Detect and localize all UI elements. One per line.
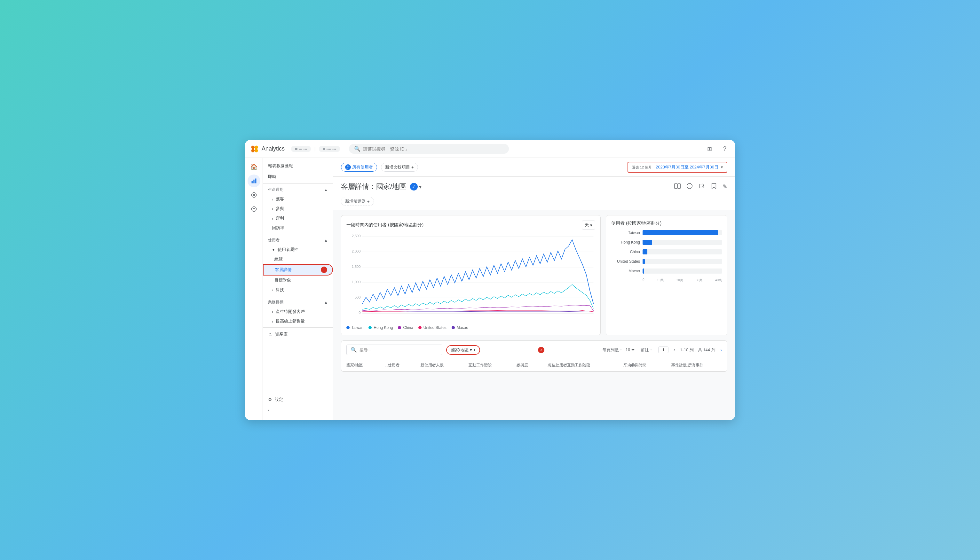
page-nav-next[interactable]: › [721,347,722,352]
bar-track-china [643,249,722,255]
search-input[interactable] [363,147,504,152]
svg-text:1月: 1月 [443,316,449,317]
col-sessions[interactable]: 互動工作階段 [464,359,511,372]
charts-section: 一段時間內的使用者 (按國家/地區劃分) 天 ▾ 2,500 2,000 1,5… [333,210,735,340]
sidebar-item-lead[interactable]: › 產生待開發客戶 [263,307,333,317]
account-selector[interactable]: ▪▪▪ ▪▪▪ | ▪▪▪▪ ▪▪▪ [291,146,340,152]
bar-row-us: United States [611,259,722,264]
sidebar-bottom: ⚙ 設定 ‹ [263,392,333,417]
svg-text:10月: 10月 [385,316,393,317]
account-pill[interactable]: ▪▪▪ ▪▪▪ [291,146,311,152]
app-logo[interactable]: Analytics [250,145,285,153]
sidebar-item-return[interactable]: 回訪率 [263,223,333,233]
date-range-btn[interactable]: 過去 12 個月 2023年7月30日至 2024年7月30日 ▾ [628,162,727,173]
bookmark-icon[interactable] [710,183,718,191]
sidebar-item-audience-detail[interactable]: 客層詳情 1 [263,264,333,275]
sidebar-section-lifecycle[interactable]: 生命週期 ▲ [263,185,333,194]
add-filter-btn[interactable]: 新增篩選器 + [341,197,374,206]
chevron-right-icon5: › [272,309,273,314]
bar-label-taiwan: Taiwan [611,230,640,235]
sidebar-item-monetize[interactable]: › 營利 [263,213,333,223]
bar-fill-hongkong [643,240,652,245]
filter-row: 新增篩選器 + [333,194,735,210]
line-chart-area: 2,500 2,000 1,500 1,000 500 0 [346,233,595,323]
svg-text:2,000: 2,000 [352,250,361,253]
svg-rect-6 [251,181,252,183]
col-avg-engagement[interactable]: 平均參與時間 [618,359,666,372]
title-chevron[interactable]: ▾ [419,184,422,190]
sidebar-item-sales[interactable]: › 提高線上銷售量 [263,317,333,326]
legend-dot-us [418,326,422,329]
edit-icon[interactable]: ✎ [723,183,727,190]
sidebar-item-settings[interactable]: ⚙ 設定 [263,394,333,405]
grid-icon[interactable]: ⊞ [704,144,715,154]
col-users[interactable]: ↓ 使用者 [380,359,416,372]
bar-chart-title: 使用者 (按國家/地區劃分) [611,220,661,226]
sidebar-item-engage[interactable]: › 參與 [263,204,333,213]
legend-hongkong: Hong Kong [369,325,393,330]
property-pill[interactable]: ▪▪▪▪ ▪▪▪ [319,146,340,152]
sidebar-item-tech[interactable]: › 科技 [263,285,333,295]
bar-row-china: China [611,249,722,255]
sidebar-home-icon[interactable]: 🏠 [247,160,260,173]
col-engagement[interactable]: 參與度 [511,359,543,372]
content: 所 所有使用者 新增比較項目 + 過去 12 個月 2023年7月30日至 20… [333,158,735,420]
sidebar-collapse-btn[interactable]: ‹ [263,405,333,415]
bar-axis: 0 10萬 20萬 30萬 40萬 [611,278,722,283]
chart-legend: Taiwan Hong Kong China United State [346,325,595,330]
table-section: 🔍 國家/地區 ▾ + 3 每頁列數： 10 [333,340,735,377]
svg-point-9 [251,193,256,198]
badge-1: 1 [321,267,327,273]
col-events[interactable]: 事件計數 所有事件 [666,359,727,372]
sidebar-item-reports[interactable]: 報表數據匯報 [263,160,333,171]
compare-icon[interactable] [686,183,693,191]
col-sessions-per-user[interactable]: 每位使用者互動工作階段 [543,359,619,372]
svg-text:4月: 4月 [503,316,509,317]
chevron-down-icon2: ▾ [590,223,593,228]
sidebar-explore-icon[interactable] [247,188,260,202]
bar-track-us [643,259,722,264]
split-view-icon[interactable] [674,183,681,191]
sidebar-section-biz[interactable]: 業務目標 ▲ [263,298,333,307]
table-search[interactable]: 🔍 [346,345,442,355]
add-compare-btn[interactable]: 新增比較項目 + [381,163,418,172]
sidebar-advertise-icon[interactable] [247,203,260,215]
page-input[interactable] [658,347,668,353]
sidebar-item-acquire[interactable]: › 獲客 [263,194,333,204]
col-dim[interactable]: 國家/地區 [341,359,380,372]
dim-filter-btn[interactable]: 國家/地區 ▾ + [446,345,480,355]
chevron-right-icon: › [272,197,273,202]
share-icon[interactable] [698,183,705,191]
sidebar-item-user-attr[interactable]: ▼ 使用者屬性 [263,245,333,255]
chevron-down-icon3: ▾ [470,347,472,352]
svg-text:1,000: 1,000 [352,280,361,284]
plus-icon: + [411,165,414,170]
plus-icon3: + [473,347,476,352]
page-nav-prev[interactable]: ‹ [674,347,675,352]
table-search-input[interactable] [359,347,413,352]
svg-text:7月: 7月 [564,316,569,317]
table-meta: 每頁列數： 10 25 50 前往： ‹ 1-10 列，共 144 列 › [602,347,722,353]
sidebar-item-library[interactable]: 🗀 資產庫 [263,329,333,340]
global-search[interactable]: 🔍 [349,144,509,154]
all-users-btn[interactable]: 所 所有使用者 [341,163,377,172]
check-icon[interactable]: ✓ [410,183,418,190]
chevron-up-icon: ▲ [324,188,328,192]
app-title: Analytics [262,145,285,152]
page-title-row: 客層詳情：國家/地區 ✓ ▾ [333,177,735,194]
svg-text:2,500: 2,500 [352,234,361,238]
main-layout: 🏠 [245,158,735,420]
page-size-select[interactable]: 10 25 50 [624,347,636,353]
per-page-label: 每頁列數： 10 25 50 [602,347,636,353]
sidebar-item-realtime[interactable]: 即時 [263,171,333,182]
col-new-users[interactable]: 新使用者人數 [416,359,464,372]
legend-dot-china [398,326,401,329]
sidebar-item-audience[interactable]: 目標對象 [263,275,333,285]
sidebar-reports-icon[interactable] [247,175,260,187]
sidebar-item-overview[interactable]: 總覽 [263,255,333,264]
period-select[interactable]: 天 ▾ [582,220,595,230]
legend-dot-hongkong [369,326,372,329]
bar-label-us: United States [611,259,640,264]
sidebar-section-user[interactable]: 使用者 ▲ [263,235,333,245]
help-icon[interactable]: ? [720,144,730,154]
